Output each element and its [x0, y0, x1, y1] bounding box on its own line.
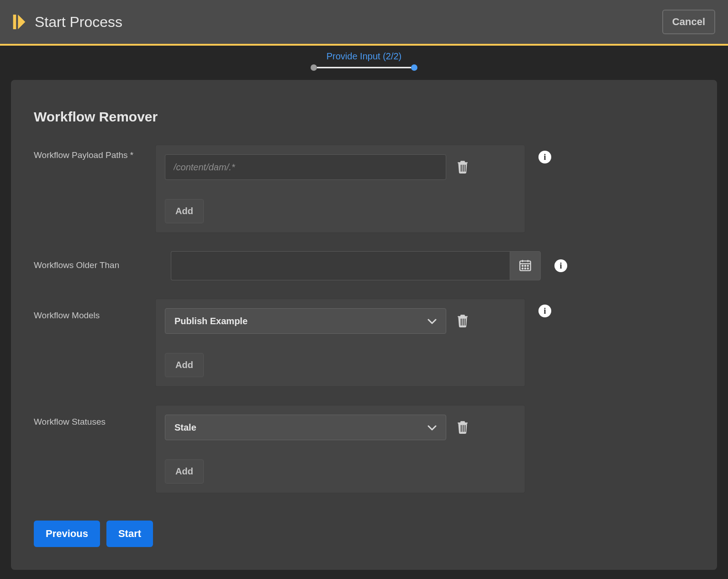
row-workflows-older-than: Workflows Older Than [34, 251, 694, 280]
step-dot-1[interactable] [311, 64, 317, 71]
svg-point-10 [525, 268, 526, 268]
form-title: Workflow Remover [34, 109, 694, 125]
workflow-status-selected: Stale [174, 422, 196, 433]
row-workflow-models: Workflow Models i Publish Example [34, 299, 694, 387]
info-icon[interactable]: i [554, 259, 567, 272]
label-workflow-models: Workflow Models [34, 299, 155, 321]
header-bar: Start Process Cancel [0, 0, 728, 46]
play-icon [13, 15, 26, 29]
add-payload-path-button[interactable]: Add [165, 199, 204, 223]
label-workflow-statuses: Workflow Statuses [34, 405, 155, 427]
payload-path-input[interactable] [165, 154, 446, 180]
workflow-model-select[interactable]: Publish Example [165, 308, 446, 334]
stepper-track [314, 64, 414, 71]
workflow-models-group: i Publish Example [155, 299, 525, 387]
delete-payload-path-button[interactable] [454, 159, 471, 175]
calendar-button[interactable] [510, 251, 541, 280]
chevron-down-icon [427, 422, 437, 433]
svg-point-9 [522, 268, 523, 268]
row-payload-paths: Workflow Payload Paths * i Add [34, 145, 694, 233]
header-left: Start Process [13, 14, 122, 31]
row-workflow-statuses: Workflow Statuses Stale [34, 405, 694, 493]
workflow-model-selected: Publish Example [174, 316, 248, 326]
label-workflows-older-than: Workflows Older Than [34, 251, 171, 270]
svg-rect-0 [13, 15, 16, 29]
older-than-group: i [171, 251, 541, 280]
stepper-line [317, 67, 411, 68]
info-icon[interactable]: i [538, 151, 551, 163]
svg-point-8 [528, 265, 528, 266]
chevron-down-icon [427, 316, 437, 326]
previous-button[interactable]: Previous [34, 521, 100, 547]
workflow-status-item: Stale [165, 415, 516, 440]
page-title: Start Process [35, 14, 122, 31]
form-panel: Workflow Remover Workflow Payload Paths … [11, 80, 717, 570]
label-payload-paths: Workflow Payload Paths * [34, 145, 155, 160]
svg-point-11 [528, 268, 528, 268]
workflow-model-item: Publish Example [165, 308, 516, 334]
payload-path-item [165, 154, 516, 180]
wizard-stepper: Provide Input (2/2) [0, 46, 728, 75]
add-workflow-model-button[interactable]: Add [165, 353, 204, 377]
calendar-icon [519, 259, 532, 273]
delete-workflow-status-button[interactable] [454, 419, 471, 436]
trash-icon [457, 420, 469, 435]
delete-workflow-model-button[interactable] [454, 313, 471, 329]
svg-marker-1 [18, 15, 25, 29]
older-than-input[interactable] [171, 251, 510, 280]
svg-point-6 [522, 265, 523, 266]
payload-paths-group: i Add [155, 145, 525, 233]
add-workflow-status-button[interactable]: Add [165, 459, 204, 484]
svg-point-7 [525, 265, 526, 266]
wizard-footer: Previous Start [34, 521, 694, 547]
workflow-status-select[interactable]: Stale [165, 415, 446, 440]
start-button[interactable]: Start [106, 521, 153, 547]
trash-icon [457, 160, 469, 175]
workflow-statuses-group: Stale Add [155, 405, 525, 493]
cancel-button[interactable]: Cancel [662, 10, 715, 34]
info-icon[interactable]: i [538, 305, 551, 317]
step-dot-2[interactable] [411, 64, 417, 71]
trash-icon [457, 314, 469, 329]
stepper-label: Provide Input (2/2) [0, 51, 728, 62]
